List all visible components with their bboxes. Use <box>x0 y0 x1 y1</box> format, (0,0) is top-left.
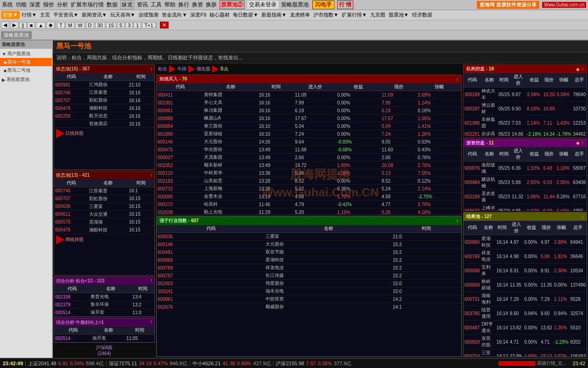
swim-diamond-icon[interactable]: ◆ <box>576 140 580 145</box>
table-row[interactable]: 002299圣农发展05/2311.321.06%11.440.26%67716 <box>464 190 587 204</box>
inst-diamond-icon[interactable]: ◆ <box>576 67 580 72</box>
table-row[interactable]: 600731湖南海利16:147.290.00%7.291.11%9528 <box>464 292 587 306</box>
bar2-daily[interactable]: 每日数据▼ <box>232 12 260 18</box>
table-row[interactable]: 000514渝开发11:0 <box>54 309 154 316</box>
table-row[interactable]: 300241瑞丰光电15:0 <box>157 288 461 295</box>
table-row[interactable]: 000411英特集团16:1611.090.00%11.092.69% <box>157 91 461 99</box>
table-row[interactable]: 600575芜湖港16:15 <box>54 218 154 226</box>
flash-button[interactable]: 闪电手 <box>312 0 334 9</box>
table-row[interactable]: 600769祥龙电业16:144.980.00%5.061.81%36646 <box>464 249 587 264</box>
week-pool-up-icon[interactable]: ↑ <box>150 172 153 178</box>
table-row[interactable]: 600258航天信息16:16 <box>54 112 154 120</box>
menu-function[interactable]: 功能 <box>16 1 27 9</box>
bar2-wantian[interactable]: 玩天咨询▼ <box>109 12 137 18</box>
table-row[interactable]: 300189神农大丰05/259.873.34%10.203.34%78640 <box>464 87 587 102</box>
period-15[interactable]: 15 <box>106 22 116 29</box>
table-row[interactable]: 600611大众交通16:15 <box>54 210 154 218</box>
table-row[interactable]: 600475华光股份13:4911.68-0.68%11.600.43% <box>157 146 461 154</box>
table-row[interactable]: 600769祥龙电业15:2 <box>157 264 461 272</box>
period-W[interactable]: W <box>75 22 85 29</box>
menu-expand[interactable]: 扩展市场行情 <box>71 1 104 9</box>
menu-analysis[interactable]: 分析 <box>57 1 68 9</box>
menu-switch-asset[interactable]: 换资 <box>192 1 203 9</box>
table-row[interactable]: 002003伟星股份15:0 <box>157 280 461 288</box>
table-row[interactable]: 600757长江传媒15:2 <box>157 272 461 280</box>
menu-news[interactable]: 资讯 <box>137 1 148 9</box>
menu-switch-skin[interactable]: 换肤 <box>206 1 217 9</box>
period-1[interactable]: 1 <box>134 22 141 29</box>
table-row[interactable]: 000272哈高科11:464.79-0.42%4.773.70% <box>157 201 461 208</box>
table-row[interactable]: 600061中纺投资14:2 <box>157 295 461 303</box>
menu-overview[interactable]: 纵览 <box>120 0 134 9</box>
ctrl-pause[interactable]: || <box>19 22 27 29</box>
table-row[interactable]: 600481双良节能15:2 <box>157 248 461 256</box>
table-row[interactable]: 600476湘邮科技16:15 <box>54 226 154 234</box>
ctrl-diamond[interactable]: ◆ <box>46 22 55 29</box>
table-row[interactable]: 600636三爱富21:0 <box>157 233 461 241</box>
table-row[interactable]: 600146大元股份14:269.64-0.93%9.550.53% <box>157 138 461 146</box>
table-row[interactable]: 002301齐心文具16:167.990.00%7.991.14% <box>157 99 461 107</box>
bar2-sh-idx[interactable]: 沪市指数▼ <box>312 12 340 18</box>
swim-up-icon[interactable]: ↑ <box>582 140 584 145</box>
bar2-depth[interactable]: 深度F9 <box>189 12 208 18</box>
ctrl-up[interactable]: ▲ <box>36 22 45 29</box>
table-row[interactable]: 000297博云新材05/259.908.18%10.8910730 <box>464 102 587 116</box>
table-row[interactable]: 600854春兰股份16:105.040.00%5.041.41% <box>157 122 461 130</box>
table-row[interactable]: 002352顺丰新材13:4919.721.83%20.082.76% <box>157 161 461 169</box>
table-row[interactable]: 003766陆普通用16:148.600.94%8.600.94%32574 <box>464 306 587 321</box>
table-row[interactable]: 002379鲁丰环保13:2 <box>54 301 154 309</box>
period-D[interactable]: D <box>86 22 94 29</box>
period-5[interactable]: 5 <box>117 22 124 29</box>
bar2-econ[interactable]: 经济数据 <box>411 12 434 18</box>
menu-system[interactable]: 系统 <box>2 1 13 9</box>
table-row[interactable]: 600707彩虹股份16:16 <box>54 97 154 104</box>
table-row[interactable]: 002193山东如意13:288.520.00%8.520.12% <box>157 177 461 185</box>
table-row[interactable]: 002638勤上光电11:295.201.15%5.264.16% <box>157 208 461 216</box>
table-row[interactable]: 600732上海新梅13:285.220.36%5.242.14% <box>157 185 461 193</box>
chart-close[interactable]: ✕ <box>160 22 169 29</box>
bar2-quote[interactable]: 行情▼ <box>20 12 38 18</box>
bar2-cashflow[interactable]: 资金流向▼ <box>160 12 188 18</box>
composite-up[interactable]: ↑ <box>150 278 153 284</box>
bullish-up[interactable]: ↑ <box>150 319 153 326</box>
table-row[interactable]: 601996丰林集团05/237.031.14%7.111.43%12153 <box>464 116 587 130</box>
bar2-switch[interactable]: 切换▼ <box>1 11 20 19</box>
table-row[interactable]: 002251步步高05/2314.66-2.18%14.34-1.78%3449… <box>464 130 587 138</box>
table-row[interactable]: 000672上峰水泥05/234.951.62%5.031.41%4355 <box>464 204 587 211</box>
table-row[interactable]: 000008宝利来16:148.910.00%8.912.30%10534 <box>464 264 587 278</box>
period-M[interactable]: M <box>66 22 74 29</box>
table-row[interactable]: 000627天茂集团13:492.660.00%2.660.76% <box>157 154 461 161</box>
table-row[interactable]: 600866星湖科技15:2 <box>157 256 461 264</box>
period-30[interactable]: 30 <box>95 22 105 29</box>
table-row[interactable]: 600487DR亨通光16:1413.820.00%13.821.25%5510 <box>464 321 587 335</box>
tab-strategy[interactable]: 策略股票池 <box>1 31 32 39</box>
bar2-dragon[interactable]: 龙虎榜单 <box>288 12 311 18</box>
table-row[interactable]: 600703三安光电14:1222.891.00%23.122.57%10649… <box>464 349 587 357</box>
table-row[interactable]: 600146大元股份15:2 <box>157 241 461 248</box>
menu-tools[interactable]: 工具 <box>151 1 162 9</box>
bar2-ping[interactable]: 平安资讯▼ <box>52 12 80 18</box>
table-row[interactable]: 000110中科英华13:385.061.36%5.137.55% <box>157 169 461 177</box>
table-row[interactable]: 600636三爱富16:15 <box>54 202 154 210</box>
table-row[interactable]: 600707彩虹股份16:15 <box>54 195 154 202</box>
table-row[interactable]: 600746江苏索普16:16 <box>54 89 154 97</box>
sidebar-item-heima2[interactable]: ■黑马二号池 <box>0 66 52 75</box>
period-3[interactable]: 3 <box>125 22 133 29</box>
bar2-stock-pool[interactable]: 股票池▼ <box>387 12 410 18</box>
bar2-newstock[interactable]: 新股指南▼ <box>260 12 288 18</box>
period-T1[interactable]: T+1 <box>142 22 155 29</box>
menu-depth[interactable]: 深度 <box>29 1 40 9</box>
results-up-icon[interactable]: ↑ <box>582 214 584 219</box>
ctrl-prev[interactable]: ◀ <box>1 22 9 29</box>
sector-up-icon[interactable]: ↑ <box>456 218 458 224</box>
menu-switch-row[interactable]: 换行 <box>178 1 189 9</box>
inst-up-icon[interactable]: ↑ <box>582 67 584 72</box>
state-pool-up-icon[interactable]: ↑ <box>150 67 153 72</box>
bar2-nine[interactable]: 九宫图 <box>369 12 387 18</box>
table-row[interactable]: 600876洛阳玻璃05/256.361.10%6.431.10%58097 <box>464 161 587 175</box>
table-row[interactable]: 600095金墨木业13:194.581.70%4.58-2.70% <box>157 193 461 201</box>
ctrl-next[interactable]: ▶ <box>10 22 18 29</box>
sidebar-item-heima1[interactable]: ■黑马一号池 <box>0 58 52 66</box>
table-row[interactable]: 000514渝开发11:05 <box>54 334 154 342</box>
menu-stock-pool[interactable]: 股票池② <box>220 0 244 9</box>
